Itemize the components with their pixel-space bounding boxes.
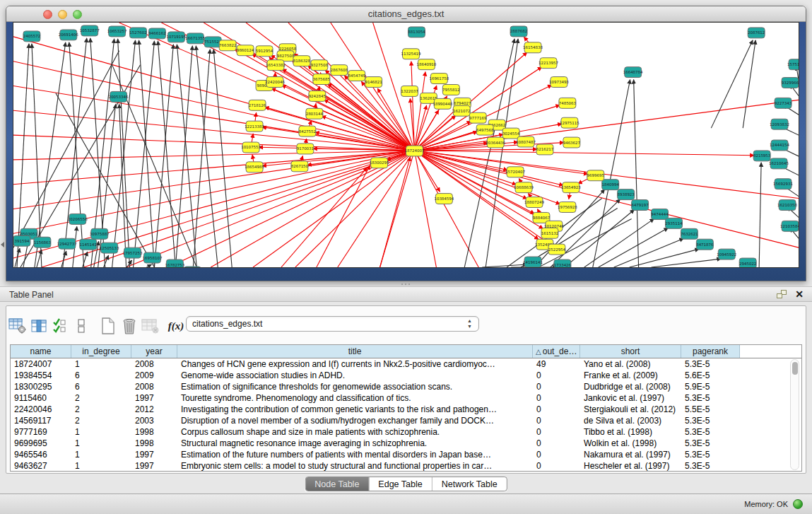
red-edge[interactable] <box>317 165 370 267</box>
select-all-columns-button[interactable] <box>49 316 71 336</box>
node-2887682[interactable]: 2887682 <box>510 26 527 37</box>
node-10945922[interactable]: 10945922 <box>717 249 736 259</box>
selected-node-13654923[interactable]: 13654923 <box>561 182 581 193</box>
table-row[interactable]: 1456911722003Disruption of a novel membe… <box>11 415 801 426</box>
red-edge[interactable] <box>13 86 414 150</box>
selected-node-16154838[interactable]: 16154838 <box>523 42 543 53</box>
table-row[interactable]: 2242004622012Investigating the contribut… <box>11 404 801 415</box>
scrollbar-thumb[interactable] <box>792 362 798 375</box>
black-edge[interactable] <box>213 49 232 267</box>
table-mode-button[interactable] <box>7 316 28 336</box>
node-12103584[interactable]: 12103584 <box>780 221 799 231</box>
selected-node-7955812[interactable]: 7955812 <box>442 84 459 95</box>
black-edge[interactable] <box>599 228 669 267</box>
selected-node-10107553[interactable]: 10107553 <box>241 142 261 153</box>
black-edge[interactable] <box>630 249 700 267</box>
node-2405572[interactable]: 2405572 <box>23 31 40 42</box>
node-15692931[interactable]: 15692931 <box>773 179 793 189</box>
selected-node-18654985[interactable]: 18654985 <box>245 162 264 173</box>
black-edge[interactable] <box>482 264 527 267</box>
black-edge[interactable] <box>112 40 136 267</box>
selected-node-9170031[interactable]: 9170031 <box>297 144 314 154</box>
node-391594[interactable]: 391594 <box>13 235 30 246</box>
node-12444154[interactable]: 12444154 <box>770 140 789 151</box>
node-16210358[interactable]: 16210358 <box>777 200 797 211</box>
black-edge[interactable] <box>634 80 639 267</box>
collapse-panel-arrow-icon[interactable] <box>1 242 4 247</box>
black-edge[interactable] <box>759 163 761 267</box>
selected-node-9463627[interactable]: 9463627 <box>563 137 581 148</box>
red-edge[interactable] <box>414 71 425 150</box>
node-12505133[interactable]: 12505133 <box>100 243 119 253</box>
new-column-button[interactable] <box>98 316 119 336</box>
selected-node-12213383[interactable]: 12213383 <box>245 121 264 132</box>
node-1840994[interactable]: 1840994 <box>602 180 620 190</box>
node-8813054[interactable]: 8813054 <box>408 27 425 37</box>
black-edge[interactable] <box>486 39 518 267</box>
node-10532877[interactable]: 10532877 <box>80 25 100 36</box>
column-header-in_degree[interactable]: in_degree <box>71 345 131 358</box>
selected-node-5912954[interactable]: 5912954 <box>256 46 273 57</box>
selected-node-10384594[interactable]: 10384594 <box>434 194 454 204</box>
selected-node-2522954[interactable]: 2522954 <box>548 244 566 255</box>
column-header-short[interactable]: short <box>580 345 681 358</box>
splitter-handle-icon[interactable] <box>401 283 410 286</box>
selected-node-18640910[interactable]: 18640910 <box>416 59 436 70</box>
black-edge[interactable] <box>652 259 722 267</box>
column-header-pagerank[interactable]: pagerank <box>681 345 740 358</box>
selected-node-3675685[interactable]: 3675685 <box>313 74 330 85</box>
selected-node-2718126[interactable]: 2718126 <box>249 100 266 110</box>
node-15751074[interactable]: 15751074 <box>787 59 799 70</box>
node-7632621[interactable]: 7632621 <box>681 228 698 239</box>
selected-node-11325419[interactable]: 11325419 <box>401 49 421 59</box>
citation-network-graph[interactable]: 2405572206914061053287710653257152760294… <box>13 23 799 267</box>
node-8938923[interactable]: 8938923 <box>617 189 635 200</box>
black-edge[interactable] <box>196 46 218 267</box>
node-1156863[interactable]: 1156863 <box>34 237 52 247</box>
selected-node-2867608[interactable]: 2867608 <box>331 65 348 76</box>
selected-node-9242845[interactable]: 9242845 <box>309 90 326 101</box>
column-header-title[interactable]: title <box>177 345 533 358</box>
node-9474444[interactable]: 9474444 <box>651 209 669 219</box>
table-row[interactable]: 1872400712008Changes of HCN gene express… <box>11 358 801 370</box>
black-edge[interactable] <box>158 41 175 267</box>
selected-node-18807249[interactable]: 18807249 <box>524 197 544 208</box>
node-9329966[interactable]: 9329966 <box>782 78 799 88</box>
network-window-titlebar[interactable]: citations_edges.txt <box>6 6 806 22</box>
tab-node-table[interactable]: Node Table <box>305 477 368 491</box>
selected-node-7485063[interactable]: 7485063 <box>559 98 577 108</box>
black-edge[interactable] <box>35 42 66 267</box>
node-16210645[interactable]: 16210645 <box>769 158 789 169</box>
node-30975887[interactable]: 30975887 <box>90 228 110 239</box>
node-14196141[interactable]: 14196141 <box>523 257 543 267</box>
selected-node-18300295[interactable]: 18300295 <box>370 158 389 168</box>
selected-node-6216217[interactable]: 6216217 <box>536 144 554 155</box>
red-edge[interactable] <box>414 151 754 156</box>
selected-node-16961758[interactable]: 16961758 <box>429 74 449 84</box>
black-edge[interactable] <box>711 40 753 128</box>
node-16782753[interactable]: 16782753 <box>165 259 184 267</box>
node-12093832[interactable]: 12093832 <box>770 119 789 129</box>
selected-node-18990448[interactable]: 18990448 <box>433 98 452 109</box>
delete-column-button[interactable] <box>119 316 140 336</box>
node-12923468[interactable]: 12923468 <box>182 267 202 267</box>
black-edge[interactable] <box>584 218 654 267</box>
selected-node-9327508[interactable]: 9327508 <box>311 60 329 71</box>
black-edge[interactable] <box>464 39 514 267</box>
node-10719195[interactable]: 10719195 <box>166 32 186 42</box>
selected-node-18724007[interactable]: 18724007 <box>405 146 425 156</box>
node-16671355[interactable]: 16671355 <box>185 33 205 44</box>
red-edge[interactable] <box>414 151 516 185</box>
network-canvas[interactable]: 2405572206914061053287710653257152760294… <box>13 22 799 268</box>
selected-node-10807487[interactable]: 10807487 <box>516 136 536 147</box>
selected-node-10688639[interactable]: 10688639 <box>514 182 534 193</box>
node-8215953[interactable]: 8215953 <box>753 151 771 161</box>
node-9466162[interactable]: 9466162 <box>148 28 165 39</box>
selected-node-1322037[interactable]: 1322037 <box>401 86 418 96</box>
selected-node-19756928[interactable]: 19756928 <box>558 202 577 213</box>
node-12942737[interactable]: 12942737 <box>57 238 77 249</box>
node-20053346[interactable]: 20053346 <box>109 91 129 102</box>
selected-node-2803144[interactable]: 2803144 <box>306 108 324 119</box>
selected-node-15720407[interactable]: 15720407 <box>505 167 525 177</box>
row-format-button[interactable] <box>71 316 92 336</box>
